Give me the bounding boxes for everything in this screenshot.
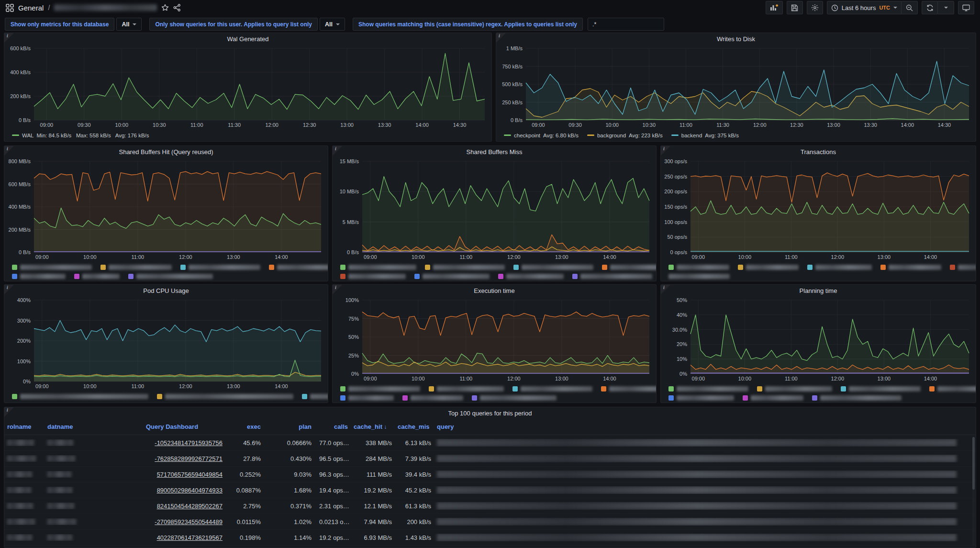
column-header-plan[interactable]: plan (264, 423, 314, 430)
legend-item[interactable]: backendAvg: 375 kB/s (671, 133, 739, 138)
legend-item-redacted[interactable] (472, 395, 557, 401)
panel-info-corner[interactable] (4, 285, 14, 294)
cell-query-dashboard-link[interactable]: 8900502986404974933 (143, 487, 225, 494)
legend-item-redacted[interactable] (157, 394, 293, 399)
legend-item-redacted[interactable] (572, 274, 652, 279)
query-id-link[interactable]: 8241504544289502267 (157, 503, 223, 510)
column-header-calls[interactable]: calls (314, 423, 351, 430)
legend-item-redacted[interactable] (340, 395, 394, 401)
column-header-rolname[interactable]: rolname (4, 423, 45, 430)
legend-item-redacted[interactable] (128, 274, 213, 279)
legend-item-redacted[interactable] (812, 395, 902, 401)
legend-item-redacted[interactable] (340, 265, 416, 270)
legend-item-redacted[interactable] (757, 386, 832, 391)
user-filter-select[interactable]: All (320, 18, 345, 31)
add-panel-button[interactable] (766, 1, 783, 14)
dashboard-title-redacted[interactable] (54, 4, 157, 11)
legend-item[interactable]: checkpointAvg: 6.80 kB/s (504, 133, 579, 138)
legend-item-redacted[interactable] (12, 265, 92, 270)
legend-item-redacted[interactable] (12, 394, 148, 399)
panel-info-corner[interactable] (4, 146, 14, 156)
panel-title[interactable]: Shared Buffers Miss (333, 146, 656, 157)
query-id-link[interactable]: -2709859234550544489 (155, 518, 223, 526)
panel-info-corner[interactable] (4, 33, 14, 43)
query-id-link[interactable]: -1052348147915935756 (155, 439, 223, 447)
panel-title[interactable]: Transactions (661, 146, 976, 157)
query-id-link[interactable]: 5717065756594049854 (157, 471, 223, 478)
panel-title[interactable]: Planning time (661, 285, 976, 296)
legend-item-redacted[interactable] (513, 265, 593, 270)
legend-item[interactable]: backgroundAvg: 223 kB/s (587, 133, 663, 138)
star-icon[interactable] (161, 4, 169, 11)
panel-info-corner[interactable] (661, 285, 670, 294)
regex-filter-input[interactable] (588, 18, 664, 31)
panel-title[interactable]: Pod CPU Usage (4, 285, 328, 296)
chart-transactions[interactable]: 0 ops/s50 ops/s100 ops/s150 ops/s200 ops… (661, 157, 976, 261)
cycle-view-mode-button[interactable] (958, 1, 974, 14)
refresh-interval-dropdown[interactable] (938, 1, 954, 14)
legend-item-redacted[interactable] (601, 386, 657, 391)
legend-item-redacted[interactable] (414, 274, 490, 279)
legend-item-redacted[interactable] (74, 274, 120, 279)
legend-item-redacted[interactable] (950, 265, 976, 270)
legend-item-redacted[interactable] (269, 265, 328, 270)
cell-query-dashboard-link[interactable]: 4022870614736219567 (143, 534, 225, 541)
panel-title[interactable]: Top 100 queries for this period (4, 407, 976, 419)
refresh-button[interactable] (922, 1, 938, 14)
column-header-cache_hit[interactable]: cache_hit ↓ (351, 423, 395, 430)
query-id-link[interactable]: 8900502986404974933 (157, 487, 223, 494)
legend-item-redacted[interactable] (512, 386, 592, 391)
chart-pod-cpu-usage[interactable]: 0%100%200%300%400%09:0010:0011:0012:0013… (4, 296, 328, 390)
cell-query-dashboard-link[interactable]: -2709859234550544489 (143, 518, 225, 526)
save-dashboard-button[interactable] (787, 1, 803, 14)
legend-item-redacted[interactable] (302, 394, 328, 399)
legend-item-redacted[interactable] (668, 386, 748, 391)
chart-planning-time[interactable]: 0%10%20%30.0%40%50%09:0010:0011:0012:001… (661, 296, 976, 382)
chart-execution-time[interactable]: 0%25%50%75%100%09:0010:0011:0012:0013:00… (333, 296, 656, 382)
legend-item-redacted[interactable] (100, 265, 172, 270)
chart-wal-generated[interactable]: 0 B/s200 kB/s400 kB/s600 kB/s09:0009:301… (4, 45, 491, 129)
panel-title[interactable]: Writes to Disk (496, 33, 976, 45)
column-header-query-dashboard[interactable]: Query Dashboard (143, 423, 225, 430)
panel-title[interactable]: Execution time (333, 285, 656, 296)
cell-query-dashboard-link[interactable]: 8241504544289502267 (143, 503, 225, 510)
legend-item-redacted[interactable] (602, 265, 657, 270)
legend-item-redacted[interactable] (841, 386, 921, 391)
dashboard-settings-button[interactable] (807, 1, 823, 14)
time-range-picker[interactable]: Last 6 hours UTC (827, 1, 902, 14)
legend-item-redacted[interactable] (738, 265, 799, 270)
column-header-datname[interactable]: datname (45, 423, 143, 430)
metrics-filter-select[interactable]: All (116, 18, 142, 31)
cell-query-dashboard-link[interactable]: -7628582899926772571 (143, 455, 225, 462)
share-icon[interactable] (173, 4, 181, 11)
zoom-out-time-button[interactable] (902, 1, 918, 14)
panel-info-corner[interactable] (4, 407, 14, 417)
table-scrollbar-thumb[interactable] (972, 437, 975, 490)
legend-item-redacted[interactable] (12, 274, 66, 279)
panel-info-corner[interactable] (661, 146, 670, 156)
column-header-exec[interactable]: exec (225, 423, 264, 430)
chart-shared-buffers-hit[interactable]: 0 B/s200 MB/s400 MB/s600 MB/s800 MB/s09:… (4, 157, 328, 261)
legend-item-redacted[interactable] (929, 386, 976, 391)
chart-shared-buffers-miss[interactable]: 0 B/s5 MB/s10 MB/s15 MB/s09:0010:0011:00… (333, 157, 656, 261)
column-header-query[interactable]: query (434, 423, 976, 430)
legend-item-redacted[interactable] (880, 265, 941, 270)
legend-item-redacted[interactable] (340, 274, 406, 279)
legend-item-redacted[interactable] (498, 274, 564, 279)
legend-item-redacted[interactable] (743, 395, 803, 401)
column-header-cache_mis[interactable]: cache_mis (395, 423, 434, 430)
query-id-link[interactable]: 4022870614736219567 (157, 534, 223, 541)
legend-item-redacted[interactable] (429, 386, 504, 391)
panel-title[interactable]: Wal Generated (4, 33, 491, 45)
legend-item-redacted[interactable] (425, 265, 505, 270)
cell-query-dashboard-link[interactable]: -1052348147915935756 (143, 439, 225, 447)
panel-info-corner[interactable] (333, 285, 342, 294)
legend-item-redacted[interactable] (668, 274, 730, 279)
legend-item-redacted[interactable] (807, 265, 872, 270)
legend-item-redacted[interactable] (340, 386, 420, 391)
panel-title[interactable]: Shared Buffers Hit (Query reused) (4, 146, 328, 157)
breadcrumb-section[interactable]: General (18, 4, 44, 12)
legend-item-redacted[interactable] (180, 265, 260, 270)
panel-info-corner[interactable] (333, 146, 342, 156)
panel-info-corner[interactable] (496, 33, 506, 43)
